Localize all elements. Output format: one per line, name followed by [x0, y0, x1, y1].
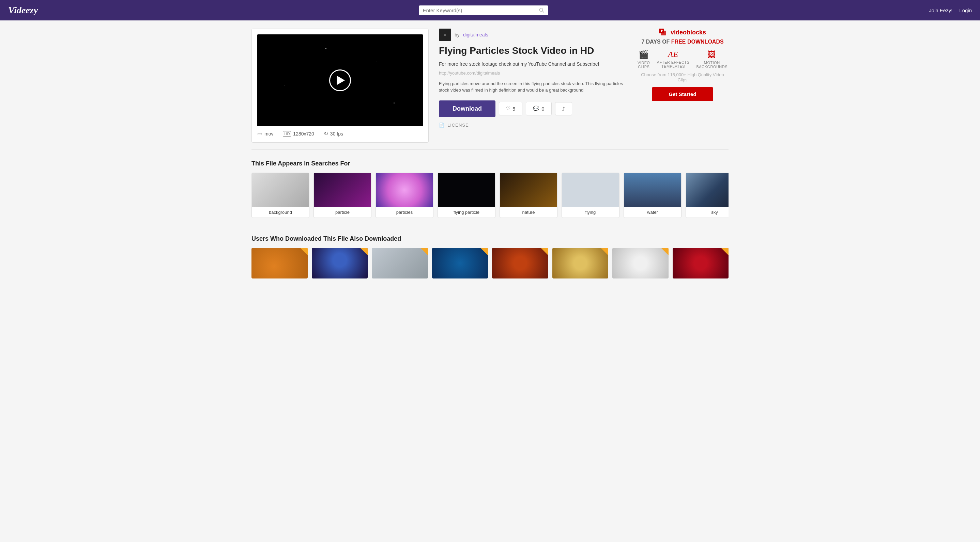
video-link[interactable]: http://youtube.com/digitalmeals [439, 70, 626, 76]
search-bar[interactable] [419, 5, 548, 15]
tag-card[interactable]: flying particle [438, 173, 495, 218]
tag-label: water [624, 207, 681, 217]
play-triangle-icon [337, 76, 345, 85]
play-button[interactable] [329, 70, 351, 91]
join-eezy-link[interactable]: Join Eezy! [929, 8, 952, 13]
also-downloaded-card[interactable] [552, 248, 609, 279]
license-label: LICENSE [447, 122, 469, 128]
searches-section-title: This File Appears In Searches For [251, 160, 729, 167]
video-thumbnail[interactable] [257, 34, 423, 126]
tag-thumbnail [314, 173, 371, 207]
tag-label: background [252, 207, 309, 217]
tag-thumbnail [562, 173, 619, 207]
tag-label: particle [314, 207, 371, 217]
video-description: For more free stock footage check out my… [439, 60, 626, 68]
motion-backgrounds-icon-item: 🖼 MOTIONBACKGROUNDS [696, 50, 727, 69]
after-effects-icon-item: Ae AFTER EFFECTSTEMPLATES [657, 50, 690, 69]
share-button[interactable]: ⤴ [555, 102, 572, 116]
get-started-button[interactable]: Get Started [652, 87, 713, 101]
also-downloaded-card[interactable] [372, 248, 428, 279]
video-meta: ▭ mov HD 1280x720 ↻ 30 fps [257, 130, 423, 137]
tag-card[interactable]: sky [686, 173, 729, 218]
tag-card[interactable]: flying [562, 173, 619, 218]
after-effects-label: AFTER EFFECTSTEMPLATES [657, 60, 690, 68]
fps-value: 30 fps [330, 131, 343, 136]
likes-count: 5 [512, 106, 515, 112]
divider [251, 149, 729, 150]
main-container: ▭ mov HD 1280x720 ↻ 30 fps ▪▪ by [245, 21, 735, 287]
corner-badge [541, 248, 548, 255]
tag-card[interactable]: background [251, 173, 309, 218]
motion-bg-icon: 🖼 [708, 50, 716, 59]
author-avatar: ▪▪ [439, 29, 451, 41]
logo: Videezy [8, 5, 38, 16]
film-icon: ▭ [257, 130, 262, 137]
tag-card[interactable]: particle [313, 173, 371, 218]
tag-card[interactable]: water [624, 173, 681, 218]
also-downloaded-card[interactable] [251, 248, 308, 279]
corner-badge [661, 248, 668, 255]
tags-grid: backgroundparticleparticlesflying partic… [251, 173, 729, 218]
tag-label: sky [686, 207, 729, 217]
tag-thumbnail [438, 173, 495, 207]
also-downloaded-card[interactable] [492, 248, 548, 279]
tag-label: flying [562, 207, 619, 217]
search-icon [539, 8, 544, 13]
corner-badge [480, 248, 488, 255]
comments-button[interactable]: 💬 0 [526, 102, 551, 116]
tag-card[interactable]: particles [375, 173, 433, 218]
also-downloaded-card[interactable] [312, 248, 368, 279]
tag-label: nature [500, 207, 557, 217]
login-link[interactable]: Login [959, 8, 972, 13]
resolution-meta: HD 1280x720 [283, 131, 314, 136]
motion-bg-label: MOTIONBACKGROUNDS [696, 60, 727, 69]
download-button[interactable]: Download [439, 100, 495, 117]
license-row[interactable]: 📄 LICENSE [439, 122, 626, 128]
format-value: mov [264, 131, 273, 136]
after-effects-icon: Ae [668, 50, 678, 59]
also-downloaded-card[interactable] [612, 248, 668, 279]
tag-label: flying particle [438, 207, 495, 217]
license-icon: 📄 [439, 122, 445, 128]
video-long-description: Flying particles move around the screen … [439, 80, 626, 94]
heart-icon: ♡ [506, 106, 511, 112]
hd-icon: HD [283, 131, 291, 136]
videoblocks-text: videoblocks [671, 29, 706, 36]
author-link[interactable]: digitalmeals [463, 32, 488, 38]
also-downloaded-card[interactable] [432, 248, 488, 279]
corner-badge [420, 248, 428, 255]
also-downloaded-card[interactable] [673, 248, 729, 279]
free-downloads-highlight: FREE DOWNLOADS [671, 39, 724, 44]
videoblocks-logo: videoblocks [636, 29, 729, 36]
svg-line-1 [542, 11, 544, 12]
corner-badge [721, 248, 729, 255]
tag-label: particles [376, 207, 433, 217]
promo-text: 7 DAYS OF FREE DOWNLOADS [636, 39, 729, 45]
fps-icon: ↻ [324, 130, 328, 137]
svg-point-0 [539, 8, 542, 11]
video-info: ▪▪ by digitalmeals Flying Particles Stoc… [439, 29, 626, 128]
top-section: ▭ mov HD 1280x720 ↻ 30 fps ▪▪ by [251, 29, 729, 143]
sidebar-ad: videoblocks 7 DAYS OF FREE DOWNLOADS 🎬 V… [636, 29, 729, 101]
video-title: Flying Particles Stock Video in HD [439, 45, 626, 57]
divider-2 [251, 225, 729, 225]
vb-icons-row: 🎬 VIDEOCLIPS Ae AFTER EFFECTSTEMPLATES 🖼… [636, 50, 729, 69]
search-input[interactable] [423, 8, 537, 13]
by-label: by [455, 32, 460, 38]
corner-badge [360, 248, 368, 255]
corner-badge [300, 248, 308, 255]
video-clips-icon: 🎬 [639, 50, 649, 59]
author-row: ▪▪ by digitalmeals [439, 29, 626, 41]
format-meta: ▭ mov [257, 130, 273, 137]
video-text: video [671, 29, 687, 36]
likes-button[interactable]: ♡ 5 [499, 102, 522, 116]
comment-icon: 💬 [533, 106, 539, 112]
corner-badge [601, 248, 608, 255]
action-row: Download ♡ 5 💬 0 ⤴ [439, 100, 626, 117]
tag-card[interactable]: nature [500, 173, 557, 218]
tag-thumbnail [500, 173, 557, 207]
tag-thumbnail [376, 173, 433, 207]
video-clips-icon-item: 🎬 VIDEOCLIPS [638, 50, 650, 69]
videoblocks-logo-icon [659, 29, 668, 36]
tag-thumbnail [624, 173, 681, 207]
